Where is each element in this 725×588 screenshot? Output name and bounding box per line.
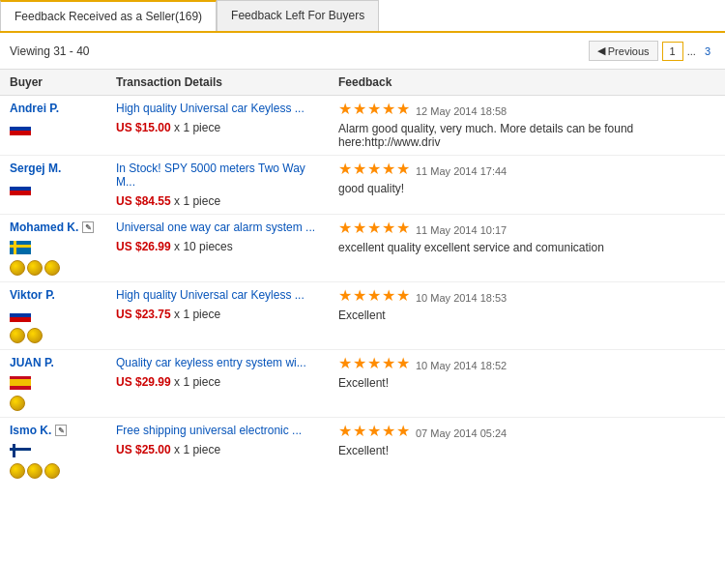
pagination: ◀ Previous 1 ... 3 xyxy=(589,41,715,61)
flag-icon xyxy=(10,376,31,390)
star-icon: ★ xyxy=(367,162,381,177)
star-icon: ★ xyxy=(367,356,381,371)
feedback-text: good quality! xyxy=(338,182,715,195)
flag-icon xyxy=(10,241,31,254)
medal-icon xyxy=(10,396,25,411)
stars-container: ★★★★★ xyxy=(338,424,410,439)
feedback-date: 07 May 2014 05:24 xyxy=(416,427,507,439)
star-icon: ★ xyxy=(396,102,410,117)
star-icon: ★ xyxy=(382,288,395,304)
star-icon: ★ xyxy=(353,220,366,236)
price: US $15.00 xyxy=(116,121,171,134)
star-icon: ★ xyxy=(396,288,410,304)
buyer-cell: Andrei P. xyxy=(0,96,106,156)
table-row: Andrei P. High quality Universal car Key… xyxy=(0,96,725,156)
feedback-text: Excellent xyxy=(338,309,715,322)
price: US $26.99 xyxy=(116,240,171,253)
star-icon: ★ xyxy=(338,356,352,371)
current-page[interactable]: 1 xyxy=(662,42,683,61)
feedback-top: ★★★★★ 11 May 2014 10:17 xyxy=(338,220,715,239)
feedback-date: 11 May 2014 10:17 xyxy=(416,224,507,236)
edit-icon[interactable]: ✎ xyxy=(55,425,67,436)
buyer-cell: Sergej M. xyxy=(0,156,106,215)
buyer-medals xyxy=(10,260,97,276)
buyer-medals xyxy=(10,396,97,411)
star-icon: ★ xyxy=(396,162,410,177)
feedback-table: Buyer Transaction Details Feedback Andre… xyxy=(0,70,725,485)
transaction-link[interactable]: High quality Universal car Keyless ... xyxy=(116,288,319,302)
quantity: x 1 piece xyxy=(174,375,220,389)
transaction-link[interactable]: High quality Universal car Keyless ... xyxy=(116,102,319,115)
price: US $29.99 xyxy=(116,375,171,389)
buyer-cell: Mohamed K.✎ xyxy=(0,215,106,282)
star-icon: ★ xyxy=(382,162,395,177)
quantity: x 1 piece xyxy=(174,121,220,134)
transaction-link[interactable]: Free shipping universal electronic ... xyxy=(116,424,319,437)
price: US $23.75 xyxy=(116,308,171,321)
buyer-name: Mohamed K.✎ xyxy=(10,220,97,234)
star-icon: ★ xyxy=(353,288,366,304)
transaction-link[interactable]: Quality car keyless entry system wi... xyxy=(116,356,319,369)
flag-icon xyxy=(10,309,31,322)
last-page-link[interactable]: 3 xyxy=(700,43,715,60)
buyer-medals xyxy=(10,328,97,343)
buyer-name-text: Viktor P. xyxy=(10,288,55,302)
quantity: x 10 pieces xyxy=(174,240,233,253)
feedback-top: ★★★★★ 10 May 2014 18:53 xyxy=(338,288,715,307)
feedback-top: ★★★★★ 07 May 2014 05:24 xyxy=(338,424,715,442)
medal-icon xyxy=(27,328,43,343)
quantity: x 1 piece xyxy=(174,308,220,321)
buyer-name-text: Mohamed K. xyxy=(10,220,78,234)
buyer-name: Viktor P. xyxy=(10,288,97,302)
feedback-cell: ★★★★★ 10 May 2014 18:52 Excellent! xyxy=(329,350,725,418)
transaction-cell: Universal one way car alarm system ... U… xyxy=(106,215,329,282)
flag-icon xyxy=(10,182,31,195)
table-row: JUAN P. Quality car keyless entry system… xyxy=(0,350,725,418)
star-icon: ★ xyxy=(353,356,366,371)
star-icon: ★ xyxy=(338,102,352,117)
transaction-cell: High quality Universal car Keyless ... U… xyxy=(106,282,329,350)
buyer-medals xyxy=(10,463,97,479)
edit-icon[interactable]: ✎ xyxy=(82,221,94,233)
medal-icon xyxy=(44,463,60,479)
viewing-bar: Viewing 31 - 40 ◀ Previous 1 ... 3 xyxy=(0,33,725,70)
feedback-cell: ★★★★★ 12 May 2014 18:58 Alarm good quali… xyxy=(329,96,725,156)
flag-icon xyxy=(10,444,31,457)
buyer-cell: Ismo K.✎ xyxy=(0,418,106,485)
table-row: Viktor P. High quality Universal car Key… xyxy=(0,282,725,350)
transaction-link[interactable]: Universal one way car alarm system ... xyxy=(116,220,319,234)
star-icon: ★ xyxy=(396,356,410,371)
tab-received[interactable]: Feedback Received as a Seller(169) xyxy=(0,0,217,31)
stars-container: ★★★★★ xyxy=(338,356,410,371)
transaction-link[interactable]: In Stock! SPY 5000 meters Two Way M... xyxy=(116,162,319,189)
prev-button[interactable]: ◀ Previous xyxy=(589,41,658,61)
table-row: Sergej M. In Stock! SPY 5000 meters Two … xyxy=(0,156,725,215)
table-row: Mohamed K.✎ Universal one way car alarm … xyxy=(0,215,725,282)
feedback-text: Excellent! xyxy=(338,376,715,390)
star-icon: ★ xyxy=(382,356,395,371)
buyer-cell: JUAN P. xyxy=(0,350,106,418)
medal-icon xyxy=(10,463,25,479)
star-icon: ★ xyxy=(338,424,352,439)
feedback-top: ★★★★★ 12 May 2014 18:58 xyxy=(338,102,715,120)
buyer-name: JUAN P. xyxy=(10,356,97,369)
stars-container: ★★★★★ xyxy=(338,102,410,117)
star-icon: ★ xyxy=(367,220,381,236)
table-header-row: Buyer Transaction Details Feedback xyxy=(0,70,725,96)
feedback-date: 10 May 2014 18:52 xyxy=(416,360,507,371)
star-icon: ★ xyxy=(338,162,352,177)
table-row: Ismo K.✎ Free shipping universal electro… xyxy=(0,418,725,485)
col-header-buyer: Buyer xyxy=(0,70,106,96)
star-icon: ★ xyxy=(338,220,352,236)
feedback-text: excellent quality excellent service and … xyxy=(338,241,715,254)
medal-icon xyxy=(27,463,43,479)
star-icon: ★ xyxy=(396,424,410,439)
tab-left[interactable]: Feedback Left For Buyers xyxy=(217,0,379,31)
stars-container: ★★★★★ xyxy=(338,288,410,304)
star-icon: ★ xyxy=(367,424,381,439)
star-icon: ★ xyxy=(382,424,395,439)
feedback-cell: ★★★★★ 11 May 2014 10:17 excellent qualit… xyxy=(329,215,725,282)
medal-icon xyxy=(10,260,25,276)
medal-icon xyxy=(10,328,25,343)
stars-container: ★★★★★ xyxy=(338,162,410,177)
